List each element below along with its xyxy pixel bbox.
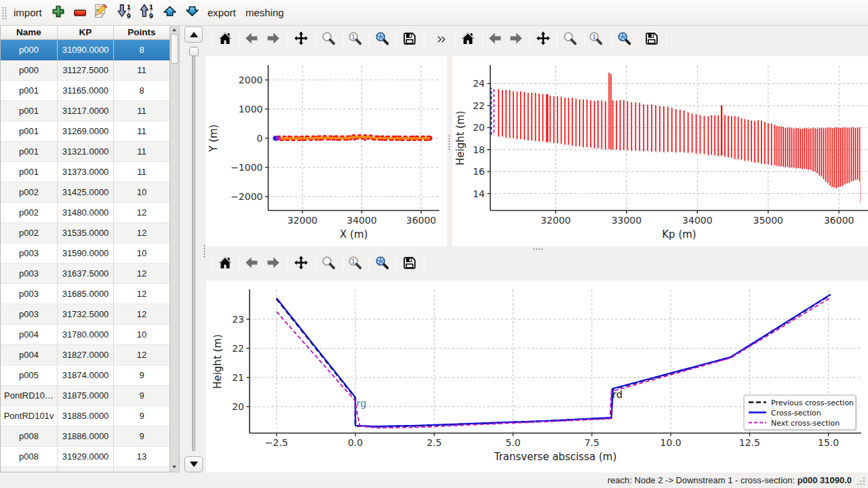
table-cell[interactable]: 10 xyxy=(114,182,170,203)
table-cell[interactable]: 31165.0000 xyxy=(58,81,114,101)
table-cell[interactable]: 31269.0000 xyxy=(58,121,114,142)
table-cell[interactable]: 31217.0000 xyxy=(58,101,114,121)
table-row[interactable]: PontRD10…31875.00009 xyxy=(1,386,170,406)
table-row[interactable]: p00331685.000012 xyxy=(1,284,170,304)
home-button[interactable] xyxy=(457,33,479,47)
table-row[interactable]: p00131373.000011 xyxy=(1,162,170,182)
table-cell[interactable]: 9 xyxy=(114,406,170,426)
table-cell[interactable]: 31732.5000 xyxy=(58,304,114,325)
table-row[interactable]: p00231535.000012 xyxy=(1,223,170,243)
back-button[interactable] xyxy=(241,257,262,272)
table-cell[interactable]: 12 xyxy=(114,203,170,223)
table-row[interactable]: p00331637.500012 xyxy=(1,264,170,284)
table-row[interactable]: p00331590.000010 xyxy=(1,243,170,264)
table-cell[interactable]: 12 xyxy=(114,264,170,284)
table-cell[interactable]: 31590.0000 xyxy=(58,243,114,264)
zoom-fit-button[interactable] xyxy=(372,33,393,47)
back-button[interactable] xyxy=(484,33,506,47)
table-cell[interactable]: p008 xyxy=(1,447,58,467)
table-cell[interactable]: p000 xyxy=(1,40,58,60)
column-header-points[interactable]: Points xyxy=(114,26,170,39)
table-row[interactable]: p00031127.500011 xyxy=(1,60,170,81)
table-cell[interactable]: PontRD10… xyxy=(1,386,58,406)
table-cell[interactable]: 11 xyxy=(114,142,170,162)
sort-ascending-button[interactable]: 1 9 xyxy=(139,0,155,25)
forward-button[interactable] xyxy=(505,33,527,47)
forward-button[interactable] xyxy=(262,257,284,272)
row-slider-groove[interactable] xyxy=(192,50,195,451)
table-cell[interactable]: p004 xyxy=(1,325,58,345)
cross-section-profile-canvas[interactable]: rgrd−2.50.02.55.07.510.012.515.020212223… xyxy=(206,281,868,472)
table-cell[interactable]: p002 xyxy=(1,223,58,243)
table-cell[interactable]: 11 xyxy=(114,60,170,81)
zoom-button[interactable] xyxy=(559,33,581,47)
longitudinal-profile-canvas[interactable]: 3200033000340003500036000141618202224Kp … xyxy=(452,56,868,246)
table-cell[interactable]: 31321.0000 xyxy=(58,142,114,162)
column-header-name[interactable]: Name xyxy=(1,26,58,39)
table-cell[interactable]: 31886.0000 xyxy=(58,426,114,447)
zoom-1-button[interactable]: 1 xyxy=(344,33,366,47)
home-button[interactable] xyxy=(214,257,236,272)
table-row[interactable]: p00231480.000012 xyxy=(1,203,170,223)
table-cell[interactable]: 31425.0000 xyxy=(58,182,114,203)
table-cell[interactable]: 11 xyxy=(114,101,170,121)
table-cell[interactable]: 12 xyxy=(114,284,170,304)
table-cell[interactable]: p008 xyxy=(1,426,58,447)
table-row[interactable]: PontRD101v31885.00009 xyxy=(1,406,170,426)
table-row[interactable]: p00231425.000010 xyxy=(1,182,170,203)
table-cell[interactable]: 31127.5000 xyxy=(58,60,114,81)
table-cell[interactable]: 8 xyxy=(114,40,170,60)
table-cell[interactable]: 31373.0000 xyxy=(58,162,114,182)
table-scrollbar[interactable] xyxy=(170,26,180,472)
zoom-1-button[interactable]: 1 xyxy=(585,33,607,47)
table-row[interactable]: p00431780.000010 xyxy=(1,325,170,345)
zoom-fit-button[interactable] xyxy=(372,257,393,272)
pan-button[interactable] xyxy=(290,257,312,272)
table-cell[interactable]: 8 xyxy=(114,81,170,101)
add-button[interactable] xyxy=(52,0,64,25)
table-cell[interactable]: p003 xyxy=(1,304,58,325)
move-down-button[interactable] xyxy=(186,0,199,25)
edit-button[interactable] xyxy=(93,0,109,25)
table-cell[interactable]: 9 xyxy=(114,365,170,386)
table-row[interactable]: p00831886.00009 xyxy=(1,426,170,447)
table-cell[interactable]: PontRD101v xyxy=(1,406,58,426)
table-cell[interactable]: 31827.0000 xyxy=(58,345,114,365)
vertical-splitter-main[interactable] xyxy=(203,245,205,258)
zoom-button[interactable] xyxy=(318,33,340,47)
table-cell[interactable]: p000 xyxy=(1,60,58,81)
row-slider-handle[interactable] xyxy=(189,47,199,56)
column-header-kp[interactable]: KP xyxy=(58,26,114,39)
table-cell[interactable]: p001 xyxy=(1,162,58,182)
table-scrollbar-thumb[interactable] xyxy=(171,34,178,64)
table-cell[interactable]: p003 xyxy=(1,243,58,264)
home-button[interactable] xyxy=(214,33,236,47)
table-cell[interactable]: 31780.0000 xyxy=(58,325,114,345)
table-cell[interactable]: 10 xyxy=(114,325,170,345)
table-cell[interactable]: 11 xyxy=(114,121,170,142)
table-cell[interactable]: p001 xyxy=(1,142,58,162)
table-cell[interactable]: p005 xyxy=(1,365,58,386)
export-button[interactable]: export xyxy=(208,0,236,25)
import-button[interactable]: import xyxy=(14,0,42,25)
meshing-button[interactable]: meshing xyxy=(245,0,284,25)
horizontal-splitter[interactable] xyxy=(533,248,544,250)
table-cell[interactable] xyxy=(114,467,170,472)
table-row[interactable]: p00431827.000012 xyxy=(1,345,170,365)
back-button[interactable] xyxy=(241,33,262,47)
table-cell[interactable]: 31090.0000 xyxy=(58,40,114,60)
delete-button[interactable] xyxy=(74,0,86,25)
table-cell[interactable]: 31875.0000 xyxy=(58,386,114,406)
table-row[interactable]: p00131321.000011 xyxy=(1,142,170,162)
vertical-splitter-top[interactable] xyxy=(448,135,450,151)
table-row[interactable]: p00031090.00008 xyxy=(1,40,170,60)
table-cell[interactable]: 31637.5000 xyxy=(58,264,114,284)
table-cell[interactable]: 12 xyxy=(114,223,170,243)
zoom-1-button[interactable]: 1 xyxy=(344,257,366,272)
slider-down-button[interactable] xyxy=(184,456,203,472)
move-up-button[interactable] xyxy=(163,0,176,25)
table-cell[interactable]: 9 xyxy=(114,386,170,406)
table-cell[interactable]: 31535.0000 xyxy=(58,223,114,243)
table-cell[interactable]: 31874.0000 xyxy=(58,365,114,386)
table-row[interactable]: p00131217.000011 xyxy=(1,101,170,121)
